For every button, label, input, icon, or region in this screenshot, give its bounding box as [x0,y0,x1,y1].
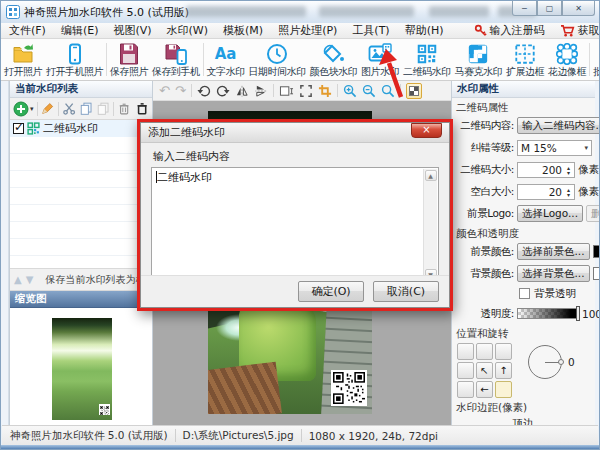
properties-header: 水印属性 [452,81,595,98]
clear-watermarks-icon[interactable] [135,101,149,116]
qr-size-stepper[interactable]: 200 [517,162,575,178]
position-right-button[interactable] [495,362,512,379]
menu-edit[interactable]: 编辑(E) [61,23,99,38]
paste-watermark-icon[interactable] [96,101,110,116]
qr-content-textarea[interactable]: 二维码水印 [151,167,439,283]
quiet-zone-stepper[interactable]: 20 [517,184,575,200]
zoom-in-icon[interactable] [343,84,357,98]
move-up-button[interactable] [14,275,22,285]
save-to-phone-button[interactable]: 保存到手机 [150,39,202,80]
restore-button[interactable] [537,1,562,16]
select-background-color-button[interactable]: 选择背景色... [517,265,590,282]
opacity-slider[interactable] [517,308,579,319]
text-watermark-button[interactable]: 文字水印 [205,39,247,80]
position-bottom-right-button-selected[interactable] [495,381,512,398]
edit-watermark-icon[interactable] [40,101,54,116]
opacity-value: 100% [582,308,600,320]
enter-register-code-link[interactable]: 输入注册码 [474,23,545,38]
qr-section-title: 二维码属性 [456,101,592,115]
copy-watermark-icon[interactable] [79,101,93,116]
add-watermark-button[interactable] [13,101,34,117]
crop-icon[interactable] [318,84,332,98]
add-icon [13,101,29,117]
menu-bar: 文件(F) 编辑(E) 视图(V) 水印(W) 模板(M) 照片处理(P) 工具… [1,23,599,39]
redo-icon[interactable] [175,84,186,97]
lace-frame-button[interactable]: 花边像框 [546,39,588,80]
open-phone-photo-button[interactable]: 打开手机照片 [44,39,105,80]
dialog-title: 添加二维码水印 [148,125,225,140]
scroll-up-icon[interactable] [425,170,437,181]
cut-watermark-icon[interactable] [62,101,76,116]
textarea-scrollbar[interactable] [423,169,437,281]
quiet-zone-unit: 像素 [578,185,599,199]
rotate-right-icon[interactable] [216,84,230,98]
menu-file[interactable]: 文件(F) [9,23,46,38]
background-transparent-checkbox[interactable] [519,288,530,299]
mosaic-watermark-button[interactable]: 马赛克水印 [453,39,505,80]
zoom-out-icon[interactable] [362,84,376,98]
window-title: 神奇照片加水印软件 5.0 (试用版) [24,5,189,20]
app-window: 神奇照片加水印软件 5.0 (试用版) 文件(F) 编辑(E) 视图(V) 水印… [0,0,600,450]
position-top-button[interactable] [476,343,493,360]
batch-watermark-button[interactable]: 批量加水印 [591,39,599,80]
rotation-dial[interactable]: 0 [528,343,568,383]
select-foreground-color-button[interactable]: 选择前景色... [517,243,590,260]
rotation-knob[interactable] [558,359,564,365]
move-down-button[interactable] [26,275,34,285]
menu-view[interactable]: 视图(V) [113,23,151,38]
flip-vertical-icon[interactable] [254,84,268,98]
dialog-titlebar[interactable]: 添加二维码水印 [141,123,449,143]
status-bar: 神奇照片加水印软件 5.0 (试用版) D:\系统\Pictures\5.jpg… [2,425,598,445]
list-actions-row: 保存当前水印列表为模板 [10,269,152,291]
window-titlebar[interactable]: 神奇照片加水印软件 5.0 (试用版) [1,1,599,23]
qr-size-unit: 像素 [578,163,599,177]
menu-watermark[interactable]: 水印(W) [167,23,208,38]
menu-photo-process[interactable]: 照片处理(P) [278,23,337,38]
color-block-watermark-button[interactable]: 颜色块水印 [308,39,360,80]
watermark-checkbox-checked[interactable] [13,123,24,134]
datetime-watermark-button[interactable]: 日期时间水印 [247,39,308,80]
flip-horizontal-icon[interactable] [235,84,249,98]
cart-icon [560,24,575,37]
delete-logo-button[interactable]: 删除Logo [586,205,600,222]
undo-icon[interactable] [159,84,170,97]
position-top-right-button[interactable] [495,343,512,360]
position-bottom-left-button[interactable] [457,381,474,398]
restore-icon [546,4,554,13]
opacity-slider-handle[interactable] [576,306,580,321]
arrow-up-icon [499,365,507,376]
cancel-button[interactable]: 取消(C) [373,281,439,302]
actual-size-icon[interactable] [299,84,313,98]
menu-tools[interactable]: 工具(T) [352,23,389,38]
error-correction-select[interactable]: M 15% [517,140,592,156]
watermark-list-item[interactable]: 二维码水印 [10,120,152,137]
enter-qr-content-button[interactable]: 输入二维码内容... [517,117,600,134]
ok-button[interactable]: 确定(O) [298,281,364,302]
select-logo-button[interactable]: 选择Logo... [517,205,583,222]
get-register-code-link[interactable]: 获取注册码 [560,23,600,38]
position-top-left-button[interactable] [457,343,474,360]
canvas-size-icon[interactable] [279,84,294,98]
expand-border-button[interactable]: 扩展边框 [504,39,546,80]
position-left-button[interactable] [457,362,474,379]
rotate-left-icon[interactable] [197,84,211,98]
text-watermark-icon [215,42,237,66]
qr-content-text: 二维码水印 [157,171,212,184]
menu-help[interactable]: 帮助(H) [405,23,444,38]
add-qrcode-watermark-dialog: 添加二维码水印 输入二维码内容 二维码水印 确定(O) 取消(C) [137,119,453,311]
minimize-button[interactable] [512,1,537,16]
qr-watermark-overlay[interactable] [331,370,367,406]
photo-thumbnail[interactable] [52,318,112,420]
error-correction-label: 纠错等级: [454,141,514,155]
save-template-label[interactable]: 保存当前水印列表为模板 [45,273,152,287]
position-center-button[interactable] [476,362,493,379]
mosaic-watermark-icon [467,42,489,66]
delete-watermark-icon[interactable] [117,101,131,116]
position-bottom-button[interactable] [476,381,493,398]
qrcode-item-icon [27,122,40,135]
open-photo-button[interactable]: 打开照片 [2,39,44,80]
menu-template[interactable]: 模板(M) [223,23,263,38]
dialog-close-button[interactable] [411,123,442,138]
close-button[interactable] [562,1,595,16]
save-photo-button[interactable]: 保存照片 [108,39,150,80]
